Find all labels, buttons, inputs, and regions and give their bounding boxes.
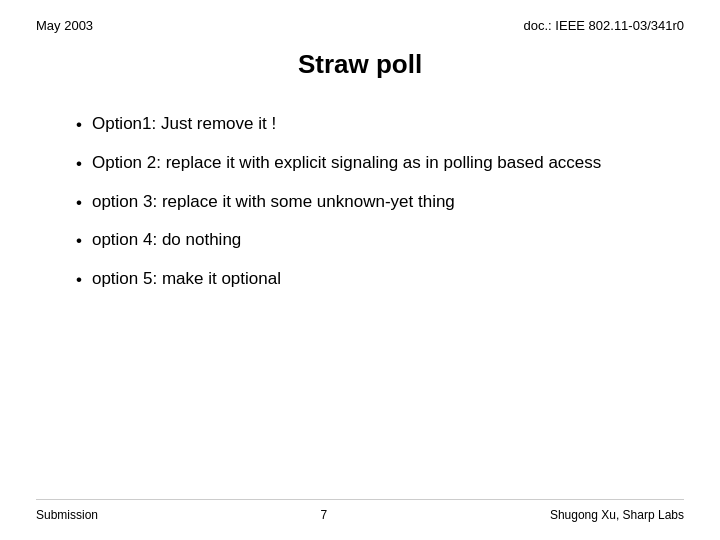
bullet-icon: • bbox=[76, 229, 82, 253]
list-item: •Option 2: replace it with explicit sign… bbox=[76, 151, 684, 176]
footer-submission: Submission bbox=[36, 508, 98, 522]
header: May 2003 doc.: IEEE 802.11-03/341r0 bbox=[36, 18, 684, 33]
list-item: •Option1: Just remove it ! bbox=[76, 112, 684, 137]
footer-page: 7 bbox=[321, 508, 328, 522]
header-date: May 2003 bbox=[36, 18, 93, 33]
bullet-text: Option1: Just remove it ! bbox=[92, 112, 276, 136]
slide-title: Straw poll bbox=[36, 49, 684, 80]
bullet-icon: • bbox=[76, 268, 82, 292]
bullet-text: option 5: make it optional bbox=[92, 267, 281, 291]
slide: May 2003 doc.: IEEE 802.11-03/341r0 Stra… bbox=[0, 0, 720, 540]
list-item: •option 3: replace it with some unknown-… bbox=[76, 190, 684, 215]
bullet-text: Option 2: replace it with explicit signa… bbox=[92, 151, 601, 175]
bullet-text: option 3: replace it with some unknown-y… bbox=[92, 190, 455, 214]
footer: Submission 7 Shugong Xu, Sharp Labs bbox=[36, 499, 684, 522]
title-section: Straw poll bbox=[36, 49, 684, 80]
bullet-icon: • bbox=[76, 152, 82, 176]
list-item: •option 5: make it optional bbox=[76, 267, 684, 292]
bullet-icon: • bbox=[76, 191, 82, 215]
bullet-icon: • bbox=[76, 113, 82, 137]
header-doc: doc.: IEEE 802.11-03/341r0 bbox=[524, 18, 684, 33]
content-section: •Option1: Just remove it !•Option 2: rep… bbox=[36, 112, 684, 499]
bullet-list: •Option1: Just remove it !•Option 2: rep… bbox=[76, 112, 684, 292]
bullet-text: option 4: do nothing bbox=[92, 228, 241, 252]
footer-author: Shugong Xu, Sharp Labs bbox=[550, 508, 684, 522]
list-item: •option 4: do nothing bbox=[76, 228, 684, 253]
